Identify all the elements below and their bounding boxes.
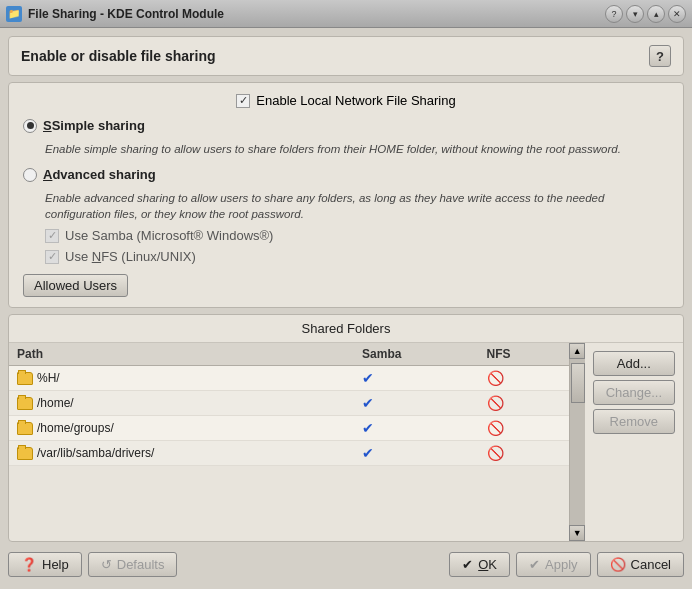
advanced-sharing-radio[interactable]	[23, 168, 37, 182]
samba-check-icon: ✔	[362, 395, 374, 411]
nfs-block-icon: 🚫	[487, 420, 504, 436]
advanced-sharing-label: Advanced sharing	[43, 167, 156, 182]
cancel-button[interactable]: 🚫 Cancel	[597, 552, 684, 577]
header-section: Enable or disable file sharing ?	[8, 36, 684, 76]
scroll-thumb[interactable]	[571, 363, 585, 403]
title-bar: 📁 File Sharing - KDE Control Module ? ▾ …	[0, 0, 692, 28]
nfs-cell: 🚫	[479, 416, 569, 441]
header-title: Enable or disable file sharing	[21, 48, 216, 64]
table-container: Path Samba NFS %H/	[9, 343, 683, 541]
cancel-label: Cancel	[631, 557, 671, 572]
path-cell: /home/groups/	[9, 416, 354, 441]
maximize-btn[interactable]: ▴	[647, 5, 665, 23]
samba-cell: ✔	[354, 441, 479, 466]
table-row[interactable]: /home/ ✔ 🚫	[9, 391, 569, 416]
shared-folders-section: Shared Folders Path Samba NFS	[8, 314, 684, 542]
advanced-sharing-desc: Enable advanced sharing to allow users t…	[45, 190, 669, 222]
samba-cell: ✔	[354, 416, 479, 441]
advanced-sharing-row[interactable]: Advanced sharing	[23, 167, 669, 182]
ok-icon: ✔	[462, 557, 473, 572]
minimize-btn[interactable]: ▾	[626, 5, 644, 23]
samba-label: Use Samba (Microsoft® Windows®)	[65, 228, 273, 243]
folder-icon	[17, 447, 33, 460]
help-label: Help	[42, 557, 69, 572]
nfs-block-icon: 🚫	[487, 445, 504, 461]
nfs-checkbox[interactable]	[45, 250, 59, 264]
cancel-icon: 🚫	[610, 557, 626, 572]
nfs-label: Use NFS (Linux/UNIX)	[65, 249, 196, 264]
col-nfs: NFS	[479, 343, 569, 366]
path-cell: %H/	[9, 366, 354, 391]
app-icon: 📁	[6, 6, 22, 22]
shared-folders-title: Shared Folders	[9, 315, 683, 343]
simple-sharing-label: SSimple sharing	[43, 118, 145, 133]
shared-folders-table: Path Samba NFS %H/	[9, 343, 569, 466]
nfs-block-icon: 🚫	[487, 395, 504, 411]
defaults-icon: ↺	[101, 557, 112, 572]
help-button[interactable]: ❓ Help	[8, 552, 82, 577]
bottom-bar: ❓ Help ↺ Defaults ✔ OK ✔ Apply 🚫 Cancel	[8, 548, 684, 581]
samba-option: Use Samba (Microsoft® Windows®)	[45, 228, 669, 243]
simple-sharing-radio[interactable]	[23, 119, 37, 133]
change-button[interactable]: Change...	[593, 380, 675, 405]
network-sharing-checkbox[interactable]	[236, 94, 250, 108]
scrollbar[interactable]: ▲ ▼	[569, 343, 585, 541]
folder-icon	[17, 397, 33, 410]
allowed-users-button[interactable]: Allowed Users	[23, 274, 128, 297]
apply-icon: ✔	[529, 557, 540, 572]
folder-icon	[17, 372, 33, 385]
window-title: File Sharing - KDE Control Module	[28, 7, 599, 21]
nfs-cell: 🚫	[479, 366, 569, 391]
samba-cell: ✔	[354, 391, 479, 416]
simple-sharing-desc: Enable simple sharing to allow users to …	[45, 141, 669, 157]
scroll-track[interactable]	[570, 359, 585, 525]
help-icon: ❓	[21, 557, 37, 572]
close-btn[interactable]: ✕	[668, 5, 686, 23]
samba-check-icon: ✔	[362, 420, 374, 436]
ok-label: OK	[478, 557, 497, 572]
folder-icon	[17, 422, 33, 435]
table-row[interactable]: %H/ ✔ 🚫	[9, 366, 569, 391]
scroll-up-btn[interactable]: ▲	[569, 343, 585, 359]
right-action-buttons: Add... Change... Remove	[585, 343, 683, 541]
samba-cell: ✔	[354, 366, 479, 391]
nfs-block-icon: 🚫	[487, 370, 504, 386]
samba-check-icon: ✔	[362, 445, 374, 461]
apply-button[interactable]: ✔ Apply	[516, 552, 591, 577]
col-samba: Samba	[354, 343, 479, 366]
bottom-right-buttons: ✔ OK ✔ Apply 🚫 Cancel	[449, 552, 684, 577]
main-container: Enable or disable file sharing ? Enable …	[0, 28, 692, 589]
table-row[interactable]: /home/groups/ ✔ 🚫	[9, 416, 569, 441]
samba-check-icon: ✔	[362, 370, 374, 386]
apply-label: Apply	[545, 557, 578, 572]
path-cell: /var/lib/samba/drivers/	[9, 441, 354, 466]
path-cell: /home/	[9, 391, 354, 416]
help-window-btn[interactable]: ?	[605, 5, 623, 23]
ok-button[interactable]: ✔ OK	[449, 552, 510, 577]
samba-checkbox[interactable]	[45, 229, 59, 243]
table-scroll-area: Path Samba NFS %H/	[9, 343, 569, 541]
window-controls: ? ▾ ▴ ✕	[605, 5, 686, 23]
context-help-btn[interactable]: ?	[649, 45, 671, 67]
defaults-label: Defaults	[117, 557, 165, 572]
bottom-left-buttons: ❓ Help ↺ Defaults	[8, 552, 177, 577]
network-sharing-label: Enable Local Network File Sharing	[256, 93, 455, 108]
scroll-down-btn[interactable]: ▼	[569, 525, 585, 541]
add-button[interactable]: Add...	[593, 351, 675, 376]
defaults-button[interactable]: ↺ Defaults	[88, 552, 178, 577]
network-sharing-row: Enable Local Network File Sharing	[23, 93, 669, 108]
col-path: Path	[9, 343, 354, 366]
nfs-cell: 🚫	[479, 391, 569, 416]
remove-button[interactable]: Remove	[593, 409, 675, 434]
options-panel: Enable Local Network File Sharing SSimpl…	[8, 82, 684, 308]
simple-sharing-row[interactable]: SSimple sharing	[23, 118, 669, 133]
nfs-cell: 🚫	[479, 441, 569, 466]
table-row[interactable]: /var/lib/samba/drivers/ ✔ 🚫	[9, 441, 569, 466]
nfs-option: Use NFS (Linux/UNIX)	[45, 249, 669, 264]
